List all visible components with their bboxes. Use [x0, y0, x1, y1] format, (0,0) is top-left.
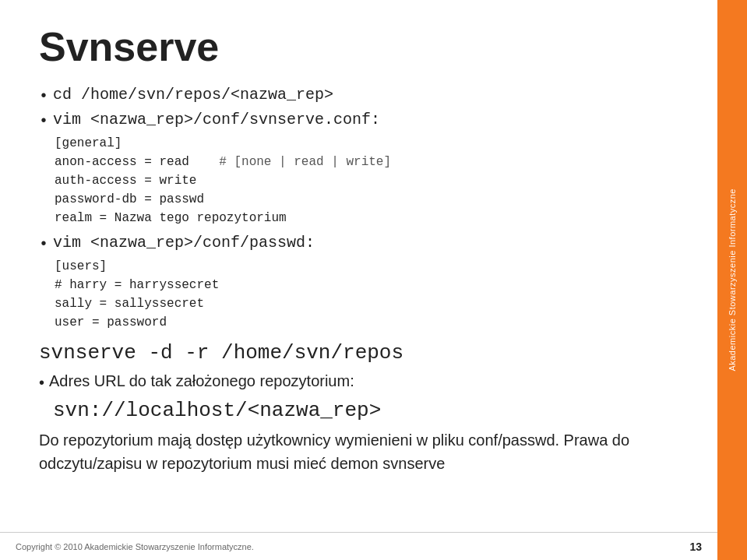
description-text: Do repozytorium mają dostęp użytkownicy …: [39, 428, 647, 475]
cd-command: cd /home/svn/repos/<nazwa_rep>: [53, 84, 333, 106]
slide-title: Svnserve: [39, 23, 647, 70]
conf-realm: realm = Nazwa tego repozytorium: [55, 209, 647, 227]
conf-header: [general]: [55, 134, 647, 153]
sidebar-label: Akademickie Stowarzyszenie Informatyczne: [728, 188, 737, 372]
conf-anon-access: anon-access = read # [none | read | writ…: [55, 153, 647, 171]
conf-password-db: password-db = passwd: [55, 190, 647, 209]
vim-passwd-command: vim <nazwa_rep>/conf/passwd:: [53, 232, 315, 254]
page-number: 13: [689, 541, 702, 553]
conf-block: [general] anon-access = read # [none | r…: [55, 134, 647, 227]
svnserve-command: svnserve -d -r /home/svn/repos: [39, 341, 647, 365]
footer: Copyright © 2010 Akademickie Stowarzysze…: [0, 532, 717, 560]
bullet-2: •: [39, 111, 48, 132]
vim-svnserve-command: vim <nazwa_rep>/conf/svnserve.conf:: [53, 109, 380, 131]
copyright-text: Copyright © 2010 Akademickie Stowarzysze…: [16, 542, 254, 551]
bullet-addr: •: [39, 371, 44, 394]
sidebar-strip: Akademickie Stowarzyszenie Informatyczne: [717, 0, 747, 560]
passwd-block: [users] # harry = harryssecret sally = s…: [55, 257, 647, 332]
conf-auth-access: auth-access = write: [55, 171, 647, 190]
addr-url: svn://localhost/<nazwa_rep>: [53, 399, 647, 422]
passwd-sally: sally = sallyssecret: [55, 294, 647, 313]
passwd-harry: # harry = harryssecret: [55, 276, 647, 294]
bullet-3: •: [39, 234, 48, 255]
bullet-1: •: [39, 86, 48, 107]
addr-text: Adres URL do tak założonego repozytorium…: [49, 369, 354, 393]
passwd-header: [users]: [55, 257, 647, 276]
passwd-user: user = password: [55, 313, 647, 332]
